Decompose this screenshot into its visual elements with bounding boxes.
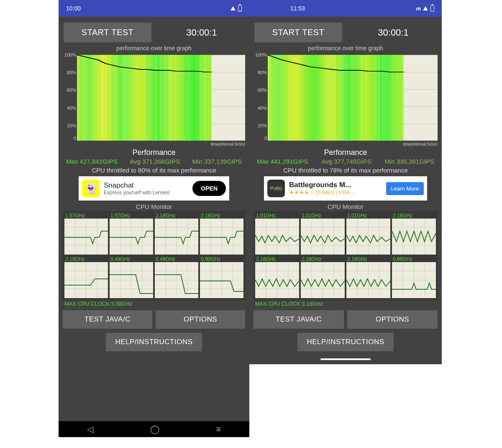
nav-bar: ◁ ◯ ≡ — [59, 421, 249, 437]
status-time: 11:53 — [290, 5, 305, 12]
wifi-icon — [423, 6, 428, 10]
perf-avg: Avg 377,745GIPS — [321, 158, 371, 165]
start-test-button[interactable]: START TEST — [254, 23, 342, 42]
options-button[interactable]: OPTIONS — [156, 310, 245, 329]
max-cpu-clock: MAX CPU CLOCK:3.30GHz — [63, 300, 245, 308]
x-axis-label: time(interval 5min) — [211, 142, 245, 147]
graph-title: performance over time graph — [254, 45, 438, 51]
ad-subtitle: Express yourself with Lenses! — [104, 190, 188, 196]
ad-app-icon: 👻 — [82, 180, 100, 197]
perf-max: Max 441,291GIPS — [257, 158, 308, 165]
battery-icon — [430, 5, 434, 12]
battery-icon — [238, 5, 242, 12]
cpu-core-6: 2.18GHz — [346, 256, 390, 298]
ad-cta-button[interactable]: Learn More — [386, 182, 424, 195]
throttle-text: CPU throttled to 78% of its max performa… — [254, 167, 438, 174]
recents-icon[interactable]: ≡ — [216, 425, 221, 434]
phone-left: 10:00 START TEST 30:00:1 performance ove… — [59, 0, 249, 437]
max-cpu-clock: MAX CPU CLOCK:3.18GHz — [254, 300, 438, 308]
cpu-core-1: 1.57GHz — [110, 213, 153, 255]
start-test-button[interactable]: START TEST — [64, 23, 151, 42]
options-button[interactable]: OPTIONS — [347, 310, 438, 329]
cpu-core-3: 2.18GHz — [200, 213, 243, 255]
perf-avg: Avg 371,366GIPS — [130, 158, 180, 165]
ad-cta-button[interactable]: OPEN — [192, 181, 226, 196]
back-icon[interactable]: ◁ — [87, 424, 93, 434]
x-axis-label: time(interval 5min) — [403, 142, 438, 147]
test-java-button[interactable]: TEST JAVA/C — [254, 310, 344, 329]
ad-title: Battlegrounds M... — [289, 181, 382, 189]
signal-icon: m — [416, 5, 420, 12]
ad-rating: ★★★★☆ (5.66m) | KRA... — [289, 189, 382, 196]
performance-title: Performance — [254, 148, 438, 157]
help-button[interactable]: HELP/INSTRUCTIONS — [297, 333, 393, 351]
cpu-core-5: 2.18GHz — [301, 256, 345, 298]
cpu-core-4: 2.18GHz — [255, 256, 299, 298]
cpu-monitor-title: CPU Monitor — [63, 203, 245, 210]
cpu-core-5: 0.49GHz — [110, 256, 153, 298]
cpu-core-0: 1.01GHz — [255, 213, 299, 255]
cpu-grid: 1.01GHz 1.01GHz 1.01GHz 2.18GHz 2.18GHz … — [254, 211, 438, 300]
help-button[interactable]: HELP/INSTRUCTIONS — [106, 333, 202, 351]
cpu-monitor-title: CPU Monitor — [254, 203, 438, 210]
status-bar: 10:00 — [59, 0, 249, 17]
performance-graph: 100% 80% 60% 40% 20% 0 time(interval 5mi… — [254, 52, 438, 147]
test-java-button[interactable]: TEST JAVA/C — [63, 310, 152, 329]
graph-title: performance over time graph — [63, 45, 245, 51]
wifi-icon — [231, 6, 236, 10]
ad-title: Snapchat — [104, 181, 188, 190]
status-bar: 11:53 m — [249, 0, 442, 17]
throttle-text: CPU throttled to 80% of its max performa… — [63, 167, 245, 174]
cpu-core-2: 1.01GHz — [346, 213, 390, 255]
cpu-core-6: 0.49GHz — [155, 256, 198, 298]
cpu-core-3: 2.18GHz — [392, 213, 436, 255]
timer-display: 30:00:1 — [350, 27, 437, 38]
cpu-core-0: 1.57GHz — [64, 213, 108, 255]
ad-app-icon: PUBG — [267, 180, 285, 197]
cpu-grid: 1.57GHz 1.57GHz 2.18GHz 2.18GHz 2.18GHz … — [63, 211, 245, 300]
cpu-core-7: 0.86GHz — [392, 256, 436, 298]
cpu-core-7: 0.90GHz — [200, 256, 243, 298]
performance-stats: Max 427,842GIPS Avg 371,366GIPS Min 337,… — [63, 157, 245, 166]
perf-max: Max 427,842GIPS — [66, 158, 118, 165]
cpu-core-1: 1.01GHz — [301, 213, 345, 255]
home-icon[interactable]: ◯ — [150, 424, 159, 434]
performance-title: Performance — [63, 148, 245, 157]
perf-min: Min 335,381GIPS — [385, 158, 434, 165]
cpu-core-2: 2.18GHz — [155, 213, 198, 255]
phone-right: 11:53 m START TEST 30:00:1 performance o… — [249, 0, 442, 364]
perf-min: Min 337,139GIPS — [192, 158, 242, 165]
timer-display: 30:00:1 — [159, 27, 244, 38]
ad-banner[interactable]: 👻 Snapchat Express yourself with Lenses!… — [79, 176, 229, 201]
performance-stats: Max 441,291GIPS Avg 377,745GIPS Min 335,… — [254, 157, 438, 166]
ad-banner[interactable]: PUBG Battlegrounds M... ★★★★☆ (5.66m) | … — [264, 176, 427, 201]
status-time: 10:00 — [66, 5, 81, 12]
cpu-core-4: 2.18GHz — [64, 256, 108, 298]
gesture-bar[interactable] — [249, 354, 442, 364]
performance-graph: 100% 80% 60% 40% 20% 0 time(interval 5mi… — [63, 52, 245, 147]
